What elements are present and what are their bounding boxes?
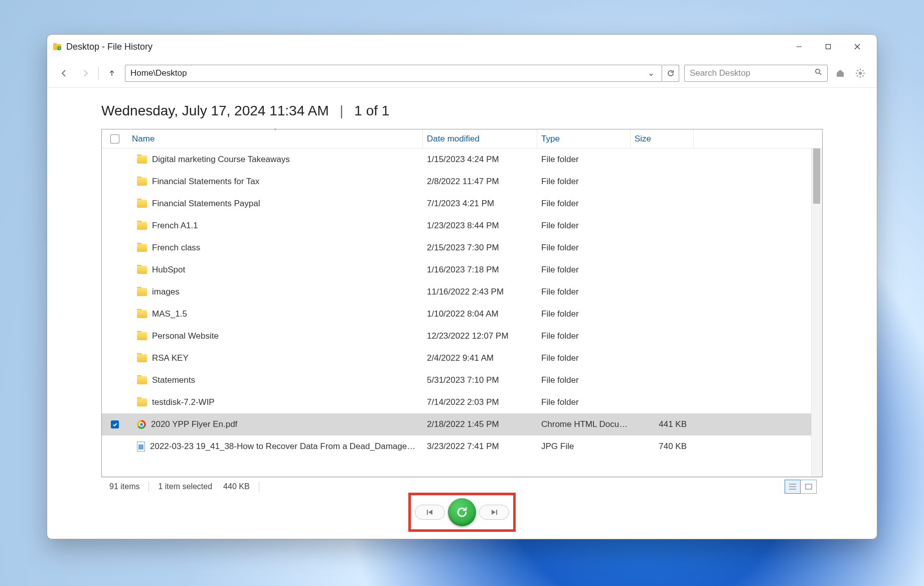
table-row[interactable]: RSA KEY2/4/2022 9:41 AMFile folder bbox=[102, 347, 822, 369]
file-type: File folder bbox=[537, 287, 631, 297]
file-type: File folder bbox=[537, 353, 631, 363]
app-icon bbox=[52, 42, 62, 52]
snapshot-position: 1 of 1 bbox=[354, 103, 389, 118]
next-version-button[interactable] bbox=[479, 505, 509, 520]
svg-rect-22 bbox=[427, 510, 428, 515]
svg-line-14 bbox=[857, 70, 858, 71]
folder-icon bbox=[137, 178, 147, 186]
file-type: Chrome HTML Docu… bbox=[537, 419, 631, 429]
table-row[interactable]: 2020 YPP Flyer En.pdf2/18/2022 1:45 PMCh… bbox=[102, 413, 822, 435]
sort-indicator-icon: ˄ bbox=[274, 128, 277, 135]
search-icon bbox=[815, 68, 822, 78]
file-type: File folder bbox=[537, 397, 631, 407]
folder-icon bbox=[137, 266, 147, 274]
home-button[interactable] bbox=[833, 66, 848, 81]
titlebar: Desktop - File History bbox=[47, 35, 877, 59]
svg-line-15 bbox=[862, 75, 863, 76]
folder-icon bbox=[137, 398, 147, 406]
file-type: File folder bbox=[537, 265, 631, 275]
svg-rect-21 bbox=[806, 484, 812, 489]
back-button[interactable] bbox=[56, 65, 72, 81]
file-size: 441 KB bbox=[631, 419, 694, 429]
settings-button[interactable] bbox=[853, 66, 868, 81]
snapshot-heading: Wednesday, July 17, 2024 11:34 AM | 1 of… bbox=[62, 94, 862, 129]
file-name: testdisk-7.2-WIP bbox=[152, 397, 215, 407]
table-row[interactable]: French A1.11/23/2023 8:44 PMFile folder bbox=[102, 215, 822, 237]
file-date: 11/16/2022 2:43 PM bbox=[423, 287, 537, 297]
restore-controls bbox=[408, 493, 516, 532]
close-button[interactable] bbox=[843, 37, 872, 57]
file-date: 5/31/2023 7:10 PM bbox=[423, 375, 537, 385]
table-row[interactable]: testdisk-7.2-WIP7/14/2022 2:03 PMFile fo… bbox=[102, 391, 822, 413]
file-history-window: Desktop - File History Home\Desktop ⌄ We… bbox=[47, 34, 877, 539]
image-file-icon bbox=[137, 442, 145, 452]
folder-icon bbox=[137, 222, 147, 230]
column-date-label: Date modified bbox=[427, 134, 480, 144]
chevron-down-icon[interactable]: ⌄ bbox=[648, 68, 657, 78]
file-size: 740 KB bbox=[631, 442, 694, 452]
maximize-button[interactable] bbox=[814, 37, 843, 57]
row-checkbox[interactable] bbox=[111, 420, 119, 428]
column-size-label: Size bbox=[635, 134, 651, 144]
up-button[interactable] bbox=[104, 65, 120, 81]
minimize-button[interactable] bbox=[785, 37, 814, 57]
file-type: File folder bbox=[537, 243, 631, 253]
scrollbar-thumb[interactable] bbox=[813, 149, 820, 204]
file-date: 7/1/2023 4:21 PM bbox=[423, 199, 537, 209]
folder-icon bbox=[137, 332, 147, 340]
column-type[interactable]: Type bbox=[537, 129, 631, 148]
file-name: Digital marketing Course Takeaways bbox=[152, 155, 290, 165]
file-name: Financial Statements for Tax bbox=[152, 177, 259, 187]
table-row[interactable]: French class2/15/2023 7:30 PMFile folder bbox=[102, 237, 822, 259]
restore-button[interactable] bbox=[448, 498, 476, 526]
search-box[interactable] bbox=[684, 65, 828, 82]
details-view-button[interactable] bbox=[785, 480, 801, 494]
svg-point-7 bbox=[816, 69, 820, 73]
toolbar-divider bbox=[98, 67, 99, 80]
table-row[interactable]: images11/16/2022 2:43 PMFile folder bbox=[102, 281, 822, 303]
chrome-icon bbox=[137, 420, 146, 429]
table-row[interactable]: Financial Statements for Tax2/8/2022 11:… bbox=[102, 171, 822, 193]
file-name: French class bbox=[152, 243, 200, 253]
address-bar[interactable]: Home\Desktop ⌄ bbox=[125, 65, 662, 82]
file-name: Financial Statements Paypal bbox=[152, 199, 260, 209]
table-row[interactable]: HubSpot1/16/2023 7:18 PMFile folder bbox=[102, 259, 822, 281]
table-row[interactable]: Personal Website12/23/2022 12:07 PMFile … bbox=[102, 325, 822, 347]
table-row[interactable]: MAS_1.51/10/2022 8:04 AMFile folder bbox=[102, 303, 822, 325]
column-date[interactable]: Date modified bbox=[423, 129, 537, 148]
scrollbar[interactable] bbox=[811, 149, 822, 477]
table-row[interactable]: 2022-03-23 19_41_38-How to Recover Data … bbox=[102, 435, 822, 458]
file-name: Personal Website bbox=[152, 331, 219, 341]
table-row[interactable]: Statements5/31/2023 7:10 PMFile folder bbox=[102, 369, 822, 391]
svg-point-9 bbox=[859, 72, 862, 75]
refresh-button[interactable] bbox=[662, 65, 679, 82]
table-row[interactable]: Financial Statements Paypal7/1/2023 4:21… bbox=[102, 193, 822, 215]
folder-icon bbox=[137, 376, 147, 384]
folder-icon bbox=[137, 288, 147, 296]
file-date: 3/23/2022 7:41 PM bbox=[423, 442, 537, 452]
file-date: 7/14/2022 2:03 PM bbox=[423, 397, 537, 407]
column-name[interactable]: ˄ Name bbox=[128, 129, 423, 148]
forward-button[interactable] bbox=[77, 65, 93, 81]
select-all-checkbox[interactable] bbox=[110, 134, 119, 143]
thumbnails-view-button[interactable] bbox=[801, 480, 817, 494]
file-name: 2022-03-23 19_41_38-How to Recover Data … bbox=[150, 442, 416, 452]
previous-version-button[interactable] bbox=[415, 505, 445, 520]
table-row[interactable]: Digital marketing Course Takeaways1/15/2… bbox=[102, 149, 822, 171]
file-name: images bbox=[152, 287, 180, 297]
column-size[interactable]: Size bbox=[631, 129, 694, 148]
search-input[interactable] bbox=[690, 68, 815, 78]
file-date: 1/15/2023 4:24 PM bbox=[423, 155, 537, 165]
folder-icon bbox=[137, 200, 147, 208]
svg-line-8 bbox=[819, 73, 821, 75]
svg-rect-1 bbox=[53, 43, 57, 45]
file-name: HubSpot bbox=[152, 265, 185, 275]
folder-icon bbox=[137, 310, 147, 318]
file-type: File folder bbox=[537, 309, 631, 319]
file-date: 2/18/2022 1:45 PM bbox=[423, 419, 537, 429]
svg-line-16 bbox=[857, 75, 858, 76]
file-type: File folder bbox=[537, 155, 631, 165]
file-type: File folder bbox=[537, 199, 631, 209]
file-name: 2020 YPP Flyer En.pdf bbox=[151, 419, 237, 429]
status-selected: 1 item selected bbox=[158, 482, 212, 491]
